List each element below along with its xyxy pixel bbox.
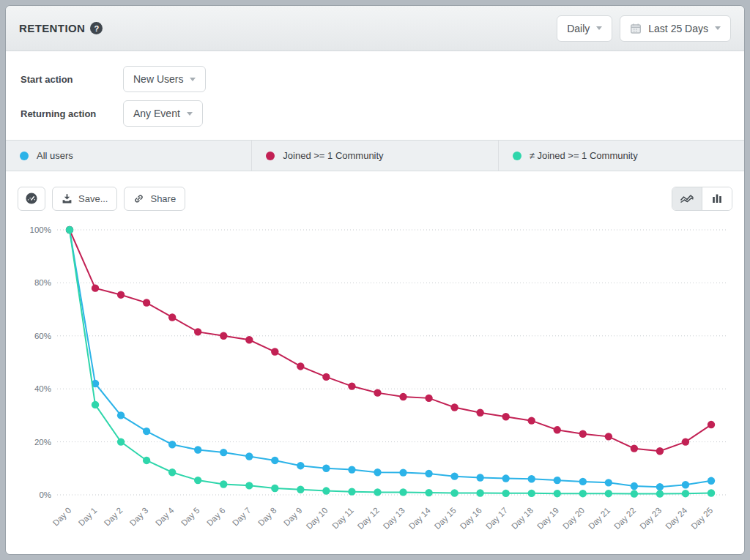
series-dot <box>20 152 29 160</box>
returning-action-value: Any Event <box>133 108 180 119</box>
data-point[interactable] <box>399 468 406 476</box>
data-point[interactable] <box>502 413 509 420</box>
x-tick-label: Day 22 <box>612 506 637 531</box>
data-point[interactable] <box>605 490 612 497</box>
returning-action-dropdown[interactable]: Any Event <box>123 100 203 127</box>
data-point[interactable] <box>708 489 715 496</box>
header-controls: Daily Last 25 Days <box>557 15 731 42</box>
data-point[interactable] <box>682 481 689 488</box>
x-tick-label: Day 19 <box>535 506 560 531</box>
bar-chart-toggle[interactable] <box>702 187 732 210</box>
data-point[interactable] <box>425 395 432 402</box>
data-point[interactable] <box>528 417 535 424</box>
start-action-dropdown[interactable]: New Users <box>123 66 206 92</box>
data-point[interactable] <box>168 468 176 476</box>
data-point[interactable] <box>579 490 587 497</box>
data-point[interactable] <box>554 490 561 497</box>
data-point[interactable] <box>220 449 227 456</box>
x-tick-label: Day 4 <box>154 506 176 528</box>
data-point[interactable] <box>194 477 201 484</box>
data-point[interactable] <box>194 328 201 335</box>
data-point[interactable] <box>92 401 99 408</box>
data-point[interactable] <box>168 313 176 321</box>
data-point[interactable] <box>66 226 73 234</box>
data-point[interactable] <box>579 430 587 438</box>
data-point[interactable] <box>117 291 125 298</box>
data-point[interactable] <box>143 299 150 306</box>
data-point[interactable] <box>605 479 612 486</box>
data-point[interactable] <box>245 452 253 460</box>
data-point[interactable] <box>245 482 253 489</box>
retention-chart[interactable]: 100%80%60%40%20%0%Day 0Day 1Day 2Day 3Da… <box>6 215 744 553</box>
data-point[interactable] <box>374 468 381 476</box>
data-point[interactable] <box>220 332 227 340</box>
data-point[interactable] <box>92 284 99 291</box>
data-point[interactable] <box>143 428 150 435</box>
data-point[interactable] <box>450 489 458 496</box>
data-point[interactable] <box>476 489 483 496</box>
data-point[interactable] <box>528 475 535 482</box>
data-point[interactable] <box>117 411 125 419</box>
legend-label: ≠ Joined >= 1 Community <box>530 150 638 161</box>
data-point[interactable] <box>476 474 483 481</box>
dashboard-gauge-button[interactable] <box>18 187 45 211</box>
chevron-down-icon <box>190 78 196 81</box>
help-icon[interactable]: ? <box>90 22 103 34</box>
data-point[interactable] <box>399 488 406 496</box>
data-point[interactable] <box>605 433 612 440</box>
date-range-dropdown[interactable]: Last 25 Days <box>620 15 731 42</box>
data-point[interactable] <box>271 457 278 464</box>
data-point[interactable] <box>450 472 458 479</box>
share-button[interactable]: Share <box>124 187 185 211</box>
data-point[interactable] <box>348 466 355 473</box>
series-dot <box>513 152 521 160</box>
data-point[interactable] <box>348 382 355 389</box>
data-point[interactable] <box>117 438 125 445</box>
data-point[interactable] <box>554 426 561 433</box>
line-chart-toggle[interactable] <box>672 187 702 210</box>
data-point[interactable] <box>502 474 509 482</box>
data-point[interactable] <box>450 403 458 411</box>
legend-item-joined-community[interactable]: Joined >= 1 Community <box>252 141 498 171</box>
data-point[interactable] <box>348 488 355 495</box>
granularity-dropdown[interactable]: Daily <box>557 15 612 42</box>
data-point[interactable] <box>656 483 664 490</box>
data-point[interactable] <box>502 490 509 497</box>
data-point[interactable] <box>656 490 664 497</box>
data-point[interactable] <box>425 489 432 496</box>
data-point[interactable] <box>682 490 689 497</box>
data-point[interactable] <box>322 373 330 381</box>
data-point[interactable] <box>322 465 330 472</box>
data-point[interactable] <box>374 488 381 496</box>
data-point[interactable] <box>708 477 715 485</box>
data-point[interactable] <box>579 478 587 485</box>
legend-item-not-joined-community[interactable]: ≠ Joined >= 1 Community <box>499 141 744 171</box>
data-point[interactable] <box>425 470 432 477</box>
data-point[interactable] <box>708 421 715 428</box>
data-point[interactable] <box>322 487 330 494</box>
data-point[interactable] <box>656 447 664 455</box>
data-point[interactable] <box>554 477 561 484</box>
data-point[interactable] <box>194 446 201 453</box>
legend-item-all-users[interactable]: All users <box>6 141 252 171</box>
data-point[interactable] <box>297 362 304 370</box>
report-header: RETENTION ? Daily Last 25 D <box>6 6 744 51</box>
data-point[interactable] <box>297 462 304 469</box>
data-point[interactable] <box>631 490 638 497</box>
data-point[interactable] <box>168 441 176 448</box>
data-point[interactable] <box>528 490 535 497</box>
chevron-down-icon <box>596 26 602 30</box>
data-point[interactable] <box>271 485 278 492</box>
data-point[interactable] <box>245 336 253 343</box>
data-point[interactable] <box>399 393 406 400</box>
data-point[interactable] <box>682 438 689 445</box>
data-point[interactable] <box>631 444 638 452</box>
data-point[interactable] <box>476 409 483 417</box>
data-point[interactable] <box>297 486 304 493</box>
save-button[interactable]: Save... <box>52 187 117 211</box>
data-point[interactable] <box>220 480 227 488</box>
data-point[interactable] <box>143 457 150 464</box>
data-point[interactable] <box>374 389 381 396</box>
data-point[interactable] <box>271 348 278 355</box>
data-point[interactable] <box>631 482 638 490</box>
